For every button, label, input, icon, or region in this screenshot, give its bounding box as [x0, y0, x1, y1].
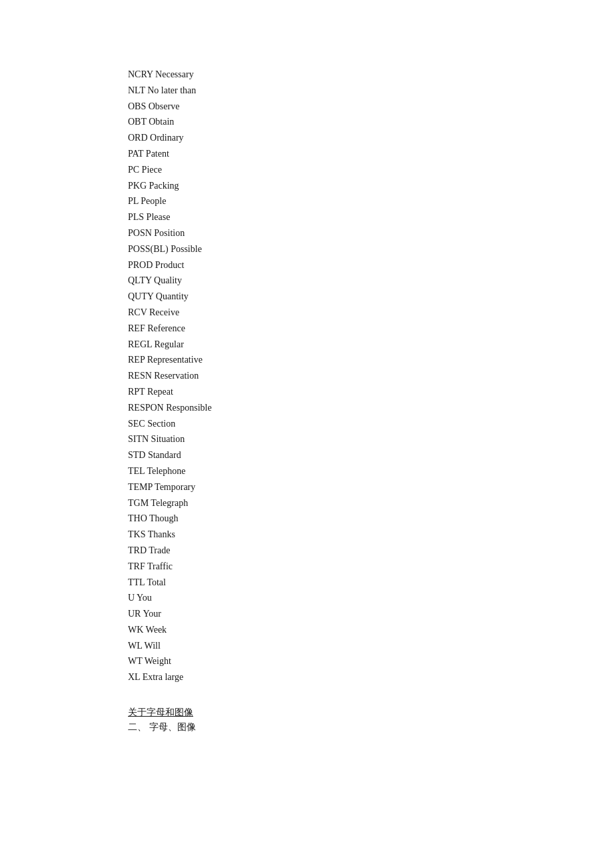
abbreviation-list: NCRY NecessaryNLT No later thanOBS Obser… [128, 67, 613, 685]
list-item: NCRY Necessary [128, 67, 613, 83]
list-item: U You [128, 590, 613, 606]
list-item: WT Weight [128, 653, 613, 669]
list-item: RCV Receive [128, 305, 613, 321]
section-title: 关于字母和图像 [128, 707, 613, 719]
list-item: TRD Trade [128, 543, 613, 559]
list-item: PROD Product [128, 257, 613, 273]
list-item: PC Piece [128, 162, 613, 178]
section-subtitle: 二、 字母、图像 [128, 721, 613, 733]
list-item: TKS Thanks [128, 527, 613, 543]
list-item: REGL Regular [128, 337, 613, 353]
list-item: STD Standard [128, 447, 613, 463]
list-item: UR Your [128, 606, 613, 622]
list-item: PKG Packing [128, 178, 613, 194]
list-item: TGM Telegraph [128, 495, 613, 511]
list-item: TTL Total [128, 575, 613, 591]
list-item: PAT Patent [128, 146, 613, 162]
list-item: TEMP Temporary [128, 479, 613, 495]
list-item: RPT Repeat [128, 384, 613, 400]
list-item: PL People [128, 193, 613, 209]
list-item: REP Representative [128, 352, 613, 368]
list-item: SEC Section [128, 416, 613, 432]
list-item: POSN Position [128, 225, 613, 241]
list-item: TEL Telephone [128, 463, 613, 479]
list-item: SITN Situation [128, 431, 613, 447]
list-item: RESN Reservation [128, 368, 613, 384]
list-item: OBT Obtain [128, 114, 613, 130]
list-item: OBS Observe [128, 99, 613, 115]
list-item: NLT No later than [128, 83, 613, 99]
list-item: QUTY Quantity [128, 289, 613, 305]
main-content: NCRY NecessaryNLT No later thanOBS Obser… [0, 0, 613, 773]
list-item: PLS Please [128, 209, 613, 225]
list-item: RESPON Responsible [128, 400, 613, 416]
list-item: ORD Ordinary [128, 130, 613, 146]
list-item: QLTY Quality [128, 273, 613, 289]
list-item: XL Extra large [128, 669, 613, 685]
list-item: REF Reference [128, 321, 613, 337]
list-item: WK Week [128, 622, 613, 638]
list-item: WL Will [128, 638, 613, 654]
list-item: THO Though [128, 511, 613, 527]
list-item: TRF Traffic [128, 559, 613, 575]
list-item: POSS(BL) Possible [128, 241, 613, 257]
